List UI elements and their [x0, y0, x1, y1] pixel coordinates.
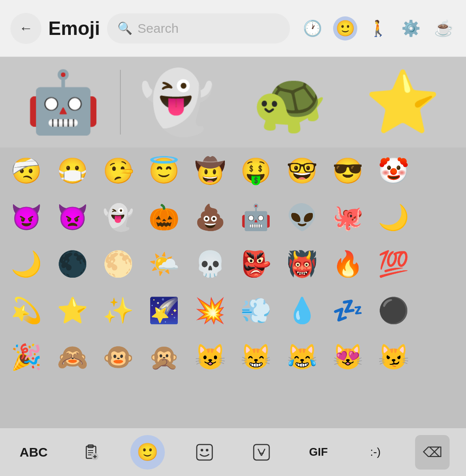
list-item[interactable]: 😎 — [325, 149, 371, 192]
gif-label: GIF — [309, 445, 327, 459]
list-item[interactable]: 👹 — [279, 242, 324, 285]
emoji-grid-row1: 🤕 😷 🤥 😇 🤠 🤑 🤓 😎 🤡 — [0, 147, 466, 194]
list-item[interactable]: 😼 — [371, 335, 416, 379]
clipboard-button[interactable] — [73, 435, 108, 470]
emoji-grid-row2: 😈 👿 👻 🎃 💩 🤖 👽 🐙 🌙 — [0, 194, 466, 241]
list-item[interactable] — [417, 196, 463, 239]
list-item[interactable]: 🐙 — [325, 196, 371, 239]
category-icons: 🕐 🙂 🚶 ⚙️ ☕ — [300, 16, 456, 41]
list-item[interactable]: 💥 — [187, 289, 233, 332]
list-item[interactable] — [417, 289, 463, 332]
keyboard-bar: ABC 🙂 GIF :-) — [0, 428, 466, 476]
search-placeholder-text: Search — [138, 21, 179, 36]
list-item[interactable]: 🙈 — [49, 335, 95, 379]
robot-sticker[interactable]: 🤖 — [7, 61, 120, 143]
list-item[interactable]: 👺 — [233, 242, 279, 285]
svg-rect-8 — [197, 445, 212, 460]
star-sticker[interactable]: ⭐ — [346, 61, 460, 143]
emoji-grid-row5: 🎉 🙈 🐵 🙊 😺 😸 😹 😻 😼 — [0, 334, 466, 380]
activity-tab-icon[interactable]: ⚙️ — [399, 16, 423, 41]
list-item[interactable]: 🤥 — [95, 149, 141, 192]
gif-button[interactable]: GIF — [301, 435, 336, 470]
list-item[interactable]: 👻 — [95, 196, 141, 239]
list-item[interactable]: 🤠 — [187, 149, 233, 192]
svg-line-12 — [258, 449, 261, 456]
list-item[interactable]: 🐵 — [95, 335, 141, 379]
delete-button[interactable]: ⌫ — [415, 435, 450, 470]
list-item[interactable]: 🌙 — [3, 242, 49, 285]
list-item[interactable]: 🤖 — [233, 196, 279, 239]
list-item[interactable]: 😺 — [187, 335, 233, 379]
list-item[interactable]: 😈 — [3, 196, 49, 239]
list-item[interactable]: 💀 — [187, 242, 233, 285]
list-item[interactable]: 🤑 — [233, 149, 279, 192]
list-item[interactable]: 🙊 — [141, 335, 187, 379]
svg-line-13 — [261, 449, 265, 456]
list-item[interactable]: 👽 — [279, 196, 324, 239]
list-item[interactable]: 🌤️ — [141, 242, 187, 285]
list-item[interactable]: 🌠 — [141, 289, 187, 332]
emoji-grid-row4: 💫 ⭐ ✨ 🌠 💥 💨 💧 💤 ⚫ — [0, 287, 466, 334]
list-item[interactable]: 💫 — [3, 289, 49, 332]
list-item[interactable]: 😇 — [141, 149, 187, 192]
delete-icon: ⌫ — [423, 444, 442, 460]
clipboard-icon — [82, 444, 99, 461]
list-item[interactable]: 💩 — [187, 196, 233, 239]
sticker-button[interactable] — [187, 435, 222, 470]
list-item[interactable]: ⭐ — [49, 289, 95, 332]
list-item[interactable]: 🌕 — [95, 242, 141, 285]
food-tab-icon[interactable]: ☕ — [431, 16, 456, 41]
emoji-grid-row3: 🌙 🌑 🌕 🌤️ 💀 👺 👹 🔥 💯 — [0, 241, 466, 287]
list-item[interactable]: 😷 — [49, 149, 95, 192]
list-item[interactable]: 🤕 — [3, 149, 49, 192]
emoticon-button[interactable]: :-) — [358, 435, 393, 470]
list-item[interactable]: 🌑 — [49, 242, 95, 285]
list-item[interactable]: 😹 — [279, 335, 324, 379]
sticker-row: 🤖 👻 🐢 ⭐ — [0, 57, 466, 147]
svg-rect-11 — [254, 445, 269, 460]
emoji-keyboard-button[interactable]: 🙂 — [130, 435, 165, 470]
list-item[interactable] — [417, 242, 463, 285]
list-item[interactable]: 🤡 — [371, 149, 416, 192]
list-item[interactable]: 😸 — [233, 335, 279, 379]
list-item[interactable]: 😻 — [325, 335, 371, 379]
search-bar[interactable]: 🔍 Search — [107, 13, 290, 44]
person-tab-icon[interactable]: 🚶 — [366, 16, 390, 41]
list-item[interactable]: 💨 — [233, 289, 279, 332]
back-arrow-icon: ← — [19, 20, 33, 36]
list-item[interactable]: 🌙 — [371, 196, 416, 239]
sticker2-icon — [252, 443, 271, 462]
list-item[interactable]: 🤓 — [279, 149, 324, 192]
search-icon: 🔍 — [117, 21, 132, 35]
app-header: ← Emoji 🔍 Search 🕐 🙂 🚶 ⚙️ ☕ — [0, 0, 466, 57]
sticker2-button[interactable] — [244, 435, 279, 470]
turtle-sticker[interactable]: 🐢 — [233, 61, 346, 143]
emoticon-label: :-) — [370, 445, 381, 459]
list-item[interactable]: 🎃 — [141, 196, 187, 239]
sticker-icon — [195, 443, 214, 462]
recent-tab-icon[interactable]: 🕐 — [300, 16, 324, 41]
svg-point-9 — [201, 449, 203, 451]
list-item[interactable]: 🎉 — [3, 335, 49, 379]
emoji-area: 🤖 👻 🐢 ⭐ 🤕 😷 🤥 😇 🤠 🤑 🤓 😎 🤡 😈 👿 👻 🎃 💩 🤖 👽 … — [0, 57, 466, 428]
svg-point-10 — [206, 449, 208, 451]
list-item[interactable] — [417, 149, 463, 192]
ghost-sticker[interactable]: 👻 — [121, 61, 234, 143]
list-item[interactable] — [417, 335, 463, 379]
list-item[interactable]: 💯 — [371, 242, 416, 285]
page-title: Emoji — [48, 18, 100, 39]
list-item[interactable]: ⚫ — [371, 289, 416, 332]
list-item[interactable]: 💧 — [279, 289, 324, 332]
list-item[interactable]: 👿 — [49, 196, 95, 239]
abc-button[interactable]: ABC — [16, 435, 51, 470]
list-item[interactable]: ✨ — [95, 289, 141, 332]
smiley-tab-icon[interactable]: 🙂 — [333, 16, 357, 41]
back-button[interactable]: ← — [10, 13, 41, 44]
list-item[interactable]: 💤 — [325, 289, 371, 332]
list-item[interactable]: 🔥 — [325, 242, 371, 285]
